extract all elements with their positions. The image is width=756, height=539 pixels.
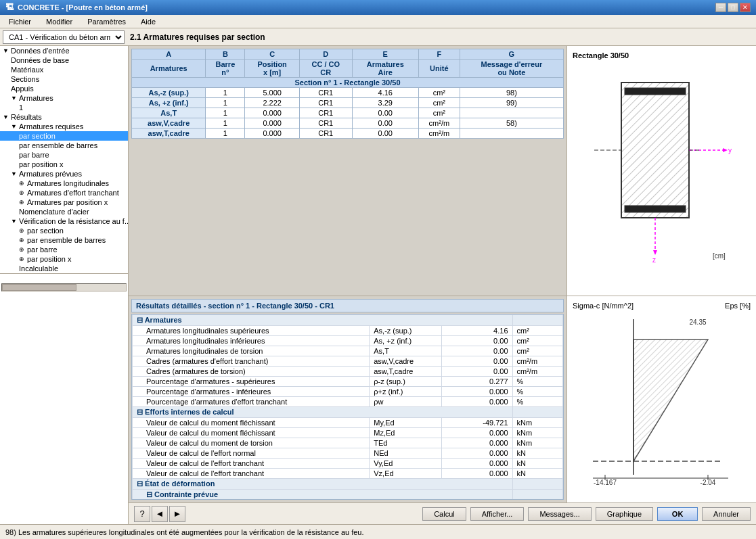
svg-text:24.35: 24.35 <box>689 319 706 326</box>
result-label: Armatures longitudinales de torsion <box>133 346 370 356</box>
tree-armatures[interactable]: ▼ Armatures <box>0 93 128 103</box>
tree-armpos[interactable]: ⊕ Armatures par position x <box>0 197 128 207</box>
collapse-icon[interactable]: ⊟ <box>137 479 143 488</box>
col-subheader-b: Barren° <box>206 60 245 78</box>
top-section: A B C D E F G Armatures Barren° <box>129 46 756 296</box>
result-symbol: As,T <box>370 346 442 356</box>
table-row[interactable]: asw,T,cadre 1 0.000 CR1 0.00 cm²/m <box>132 128 564 139</box>
collapse-icon[interactable]: ⊟ <box>146 490 152 498</box>
expand-icon: ▼ <box>3 47 9 54</box>
tree-incalc[interactable]: Incalculable <box>0 264 128 273</box>
cell-g <box>460 108 563 118</box>
result-row: Armatures longitudinales inférieures As,… <box>133 336 563 346</box>
tree-resultats[interactable]: ▼ Résultats <box>0 112 128 122</box>
expand-icon: ⊕ <box>19 237 26 243</box>
data-table-area: A B C D E F G Armatures Barren° <box>129 46 566 296</box>
tree-label: Matériaux <box>11 66 43 74</box>
maximize-button[interactable]: □ <box>728 3 738 12</box>
back-button[interactable]: ◄ <box>152 506 168 522</box>
svg-text:y: y <box>728 147 732 154</box>
collapse-icon[interactable]: ⊟ <box>137 316 143 324</box>
result-symbol: NEd <box>370 448 442 459</box>
minimize-button[interactable]: ─ <box>715 3 726 12</box>
result-row: Pourcentage d'armatures - inférieures ρ+… <box>133 387 563 397</box>
result-label: Valeur de calcul de l'effort tranchant <box>133 469 370 479</box>
expand-icon: ▼ <box>11 123 18 130</box>
tree-armprec[interactable]: ▼ Armatures prévues <box>0 169 128 179</box>
svg-text:z: z <box>652 256 656 264</box>
tree-parbarre[interactable]: par barre <box>0 150 128 160</box>
col-header-g: G <box>460 49 563 60</box>
svg-marker-8 <box>653 250 657 255</box>
result-value: 0.00 <box>442 346 512 356</box>
result-symbol: asw,T,cadre <box>370 367 442 377</box>
result-label: Pourcentage d'armatures d'effort trancha… <box>133 397 370 407</box>
tree-db[interactable]: Données de base <box>0 55 128 65</box>
tree-parens[interactable]: par ensemble de barres <box>0 141 128 150</box>
col-subheader-a: Armatures <box>132 60 206 78</box>
graphique-button[interactable]: Graphique <box>596 507 653 521</box>
tree-arm1[interactable]: 1 <box>0 103 128 112</box>
main-content: CA1 - Vérification du béton armé 2.1 Arm… <box>0 28 756 539</box>
col-subheader-g: Message d'erreurou Note <box>460 60 563 78</box>
tree-parsec[interactable]: par section <box>0 131 128 141</box>
result-row: Valeur de calcul du moment fléchissant M… <box>133 428 563 438</box>
menu-parametres[interactable]: Paramètres <box>81 16 132 27</box>
bottom-section: Résultats détaillés - section n° 1 - Rec… <box>129 296 756 502</box>
group-title: ⊟ Contrainte prévue <box>133 490 513 500</box>
tree-donnees[interactable]: ▼ Données d'entrée <box>0 46 128 55</box>
afficher-button[interactable]: Afficher... <box>470 507 525 521</box>
table-row[interactable]: As,-z (sup.) 1 5.000 CR1 4.16 cm² 98) <box>132 88 564 98</box>
window-controls[interactable]: ─ □ ✕ <box>715 3 751 12</box>
tree-verifpar[interactable]: ⊕ par section <box>0 226 128 235</box>
armatures-table: A B C D E F G Armatures Barren° <box>131 49 564 139</box>
toolbar-row: CA1 - Vérification du béton armé 2.1 Arm… <box>0 28 756 46</box>
tree-sections[interactable]: Sections <box>0 74 128 84</box>
cell-g: 58) <box>460 118 563 128</box>
forward-button[interactable]: ► <box>169 506 185 522</box>
tree-armeff[interactable]: ⊕ Armatures d'effort tranchant <box>0 188 128 197</box>
result-value: 0.000 <box>442 428 512 438</box>
tree-appuis[interactable]: Appuis <box>0 84 128 93</box>
menu-aide[interactable]: Aide <box>135 16 162 27</box>
tree-verif[interactable]: ▼ Vérification de la résistance au f... <box>0 216 128 226</box>
tree-materiaux[interactable]: Matériaux <box>0 65 128 74</box>
cell-c: 5.000 <box>245 88 300 98</box>
annuler-button[interactable]: Annuler <box>702 507 751 521</box>
tree-armlong[interactable]: ⊕ Armatures longitudinales <box>0 179 128 188</box>
cell-b: 1 <box>206 118 245 128</box>
tree-verifens[interactable]: ⊕ par ensemble de barres <box>0 235 128 245</box>
tree-label: Résultats <box>11 113 42 121</box>
calcul-button[interactable]: Calcul <box>422 507 466 521</box>
table-row[interactable]: asw,V,cadre 1 0.000 CR1 0.00 cm²/m 58) <box>132 118 564 128</box>
help-button[interactable]: ? <box>134 506 150 522</box>
menu-modifier[interactable]: Modifier <box>40 16 79 27</box>
tree-armreq[interactable]: ▼ Armatures requises <box>0 122 128 131</box>
collapse-icon[interactable]: ⊟ <box>137 408 143 416</box>
table-row[interactable]: As,T 1 0.000 CR1 0.00 cm² <box>132 108 564 118</box>
tree-nomencl[interactable]: Nomenclature d'acier <box>0 207 128 216</box>
col-header-d: D <box>299 49 352 60</box>
cell-b: 1 <box>206 128 245 139</box>
horizontal-scrollbar[interactable] <box>1 283 127 291</box>
result-row: Valeur de calcul du moment de torsion TE… <box>133 438 563 448</box>
menu-fichier[interactable]: Fichier <box>3 16 37 27</box>
result-unit: kNm <box>512 418 562 428</box>
table-row[interactable]: As, +z (inf.) 1 2.222 CR1 3.29 cm² 99) <box>132 98 564 108</box>
ok-button[interactable]: OK <box>657 507 698 521</box>
col-header-a: A <box>132 49 206 60</box>
tree-parposx[interactable]: par position x <box>0 160 128 169</box>
result-label: Armatures longitudinales supérieures <box>133 326 370 336</box>
close-button[interactable]: ✕ <box>740 3 751 12</box>
case-selector[interactable]: CA1 - Vérification du béton armé <box>3 30 125 44</box>
result-unit: kN <box>512 448 562 459</box>
app-icon: 🏗 <box>5 3 14 12</box>
messages-button[interactable]: Messages... <box>528 507 591 521</box>
tree-verifbarre[interactable]: ⊕ par barre <box>0 245 128 254</box>
cell-d: CR1 <box>299 88 352 98</box>
results-table-wrapper[interactable]: ⊟ Armatures Armatures longitudinales sup… <box>131 314 564 500</box>
results-group-etat: ⊟ État de déformation <box>133 479 563 490</box>
stress-header: Sigma-c [N/mm^2] Eps [%] <box>573 302 751 310</box>
result-symbol: asw,V,cadre <box>370 356 442 367</box>
tree-verifpos[interactable]: ⊕ par position x <box>0 254 128 264</box>
